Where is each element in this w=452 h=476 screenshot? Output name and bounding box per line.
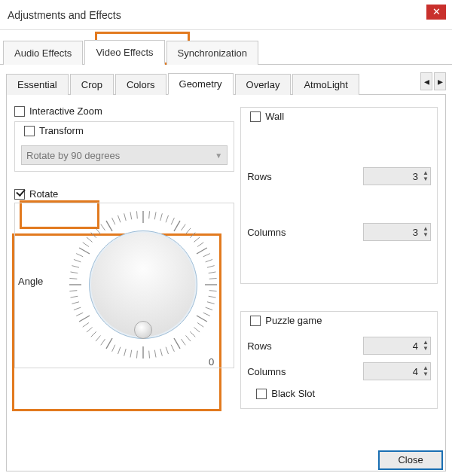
svg-line-52 — [70, 296, 78, 298]
svg-line-63 — [91, 233, 96, 238]
angle-dial[interactable] — [68, 209, 218, 360]
checkbox-icon — [256, 389, 267, 399]
tab-geometry[interactable]: Geometry — [168, 73, 234, 95]
blackslot-label: Black Slot — [271, 388, 315, 399]
interactive-zoom-label: Interactive Zoom — [29, 105, 102, 117]
wall-rows-label: Rows — [247, 171, 272, 182]
svg-line-9 — [190, 233, 195, 238]
window-close-button[interactable]: ✕ — [426, 5, 446, 20]
svg-line-27 — [190, 331, 195, 337]
left-column: Interactive Zoom Transform Rotate by 90 … — [14, 102, 234, 463]
wall-cols-label: Columns — [247, 227, 286, 238]
svg-line-12 — [197, 248, 207, 254]
svg-line-38 — [130, 350, 132, 358]
puzzle-cols-label: Columns — [247, 366, 286, 377]
svg-line-30 — [174, 338, 180, 349]
puzzle-cols-value: 4 — [365, 366, 423, 377]
tab-video-effects[interactable]: Video Effects — [84, 40, 164, 65]
tabs-scroll-right[interactable]: ▸ — [434, 72, 446, 90]
transform-checkbox[interactable]: Transform — [21, 125, 87, 136]
rotate-checkbox[interactable]: Rotate — [14, 188, 234, 200]
svg-line-26 — [194, 328, 200, 332]
wall-rows-spinner[interactable]: 3 ▲▼ — [363, 167, 431, 185]
tab-essential[interactable]: Essential — [6, 74, 69, 95]
tab-synchronization[interactable]: Synchronization — [166, 41, 259, 65]
svg-line-28 — [186, 335, 191, 341]
spinner-arrows-icon: ▲▼ — [423, 226, 429, 238]
svg-line-43 — [101, 339, 105, 345]
svg-line-48 — [79, 316, 90, 322]
svg-line-71 — [136, 211, 137, 218]
svg-line-19 — [209, 291, 217, 291]
tab-atmolight[interactable]: AtmoLight — [292, 74, 359, 95]
svg-line-13 — [203, 254, 210, 257]
svg-line-39 — [124, 349, 127, 356]
puzzle-rows-spinner[interactable]: 4 ▲▼ — [363, 337, 431, 355]
svg-line-33 — [160, 349, 163, 356]
svg-line-2 — [154, 212, 156, 219]
svg-line-68 — [118, 215, 120, 222]
window-title: Adjustments and Effects — [8, 9, 121, 21]
dialog-footer: Close — [378, 450, 443, 470]
svg-line-46 — [87, 328, 93, 332]
svg-line-31 — [171, 345, 174, 352]
puzzle-group: Puzzle game Rows 4 ▲▼ Columns 4 ▲▼ Black — [240, 311, 438, 409]
dial-knob-icon — [134, 321, 152, 339]
puzzle-rows-label: Rows — [247, 340, 272, 352]
title-bar: Adjustments and Effects ✕ — [0, 0, 452, 30]
svg-line-14 — [206, 259, 212, 261]
svg-line-35 — [149, 351, 150, 359]
puzzle-cols-spinner[interactable]: 4 ▲▼ — [363, 362, 431, 380]
geometry-panel: Interactive Zoom Transform Rotate by 90 … — [6, 95, 446, 471]
tab-crop[interactable]: Crop — [70, 74, 114, 95]
primary-tabs: Audio Effects Video Effects Synchronizat… — [0, 30, 452, 65]
wall-group: Wall Rows 3 ▲▼ Columns 3 ▲▼ — [240, 107, 438, 284]
svg-line-11 — [197, 243, 203, 247]
close-icon: ✕ — [432, 6, 441, 17]
interactive-zoom-checkbox[interactable]: Interactive Zoom — [14, 105, 234, 117]
svg-line-4 — [166, 215, 168, 222]
svg-line-40 — [118, 347, 120, 354]
svg-line-60 — [79, 248, 90, 254]
puzzle-checkbox[interactable]: Puzzle game — [247, 315, 325, 326]
svg-line-34 — [154, 350, 156, 358]
puzzle-label: Puzzle game — [265, 315, 322, 326]
svg-line-6 — [174, 221, 180, 231]
svg-line-47 — [83, 322, 89, 327]
svg-line-5 — [171, 218, 174, 224]
svg-line-51 — [72, 302, 79, 304]
tab-overlay[interactable]: Overlay — [235, 74, 292, 95]
svg-line-44 — [96, 335, 100, 341]
svg-line-67 — [112, 218, 115, 224]
svg-line-57 — [72, 266, 79, 268]
svg-line-45 — [91, 331, 96, 337]
svg-line-49 — [76, 313, 83, 316]
svg-line-16 — [209, 272, 216, 273]
svg-line-20 — [209, 296, 216, 298]
spinner-arrows-icon: ▲▼ — [423, 365, 429, 377]
tabs-scroll-left[interactable]: ◂ — [420, 72, 432, 90]
blackslot-checkbox[interactable]: Black Slot — [256, 388, 431, 399]
tab-audio-effects[interactable]: Audio Effects — [3, 41, 83, 65]
svg-line-37 — [136, 351, 137, 359]
transform-combobox[interactable]: Rotate by 90 degrees ▼ — [21, 145, 228, 165]
svg-line-50 — [74, 307, 81, 310]
wall-cols-spinner[interactable]: 3 ▲▼ — [363, 223, 431, 241]
svg-line-8 — [186, 228, 191, 234]
svg-line-24 — [197, 316, 207, 322]
svg-line-70 — [130, 212, 132, 219]
wall-checkbox[interactable]: Wall — [247, 111, 287, 122]
secondary-tabs-wrap: Essential Crop Colors Geometry Overlay A… — [6, 71, 446, 95]
checkbox-icon — [250, 316, 261, 326]
svg-line-56 — [70, 272, 78, 273]
spinner-arrows-icon: ▲▼ — [423, 170, 429, 182]
svg-line-22 — [206, 307, 212, 310]
close-button[interactable]: Close — [378, 450, 443, 470]
tab-colors[interactable]: Colors — [115, 74, 166, 95]
rotate-group: Angle 0 — [14, 203, 234, 368]
checkbox-icon — [14, 189, 25, 200]
checkbox-icon — [14, 106, 25, 117]
svg-line-21 — [207, 302, 215, 304]
svg-line-53 — [69, 291, 77, 291]
svg-line-41 — [112, 345, 115, 352]
